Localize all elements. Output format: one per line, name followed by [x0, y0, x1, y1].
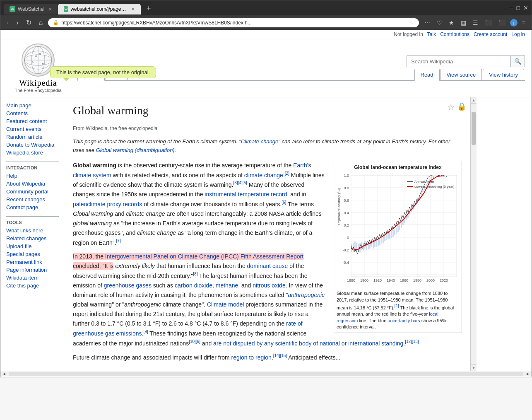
climate-change-link[interactable]: Climate change	[241, 138, 278, 145]
svg-text:1880: 1880	[347, 278, 355, 282]
sidebar-item-contents[interactable]: Contents	[6, 109, 59, 117]
forward-button[interactable]: ›	[14, 18, 20, 27]
wiki-logo-text: Wikipedia	[19, 78, 57, 88]
scrollbar-thumb[interactable]	[472, 112, 476, 145]
sidebar-item-community[interactable]: Community portal	[6, 188, 59, 196]
climate-change-link2[interactable]: climate change	[244, 171, 283, 178]
sidebar-item-help[interactable]: Help	[6, 172, 59, 180]
svg-text:δ: δ	[32, 60, 34, 63]
sidebar-divider-1	[6, 162, 59, 162]
sidebar-item-current-events[interactable]: Current events	[6, 125, 59, 133]
disambiguation-link[interactable]: Global warming (disambiguation)	[96, 147, 175, 153]
refresh-button[interactable]: ↻	[24, 18, 34, 27]
sidebar-item-recent-changes[interactable]: Recent changes	[6, 196, 59, 203]
horizontal-scroll-track[interactable]	[9, 372, 523, 376]
svg-text:-0.4: -0.4	[342, 261, 349, 265]
login-link[interactable]: Log in	[511, 31, 525, 37]
ipcc-link[interactable]: Intergovernmental Panel on Climate Chang…	[105, 253, 303, 260]
contributions-link[interactable]: Contributions	[440, 31, 469, 37]
sidebar-item-what-links[interactable]: What links here	[6, 227, 59, 234]
sidebar-item-main-page[interactable]: Main page	[6, 101, 59, 109]
climate-system-link[interactable]: climate system	[73, 171, 111, 178]
sidebar-item-special[interactable]: Special pages	[6, 250, 59, 258]
tab-read[interactable]: Read	[414, 69, 440, 81]
sidebar-item-random[interactable]: Random article	[6, 133, 59, 141]
uncertainty-bars-link[interactable]: uncertainty bars	[388, 318, 420, 323]
home-button[interactable]: ⌂	[37, 18, 45, 27]
search-input[interactable]	[407, 56, 510, 67]
back-button[interactable]: ‹	[5, 18, 11, 27]
minimize-button[interactable]: ─	[509, 5, 513, 11]
sidebar-item-wikidata[interactable]: Wikidata item	[6, 274, 59, 282]
climate-model-link[interactable]: Climate model	[207, 301, 244, 308]
tab-view-history[interactable]: View history	[483, 69, 524, 80]
earth-link[interactable]: Earth	[293, 162, 307, 169]
sidebar-item-page-info[interactable]: Page information	[6, 266, 59, 274]
instrumental-record-link[interactable]: instrumental temperature record	[205, 191, 287, 198]
browser-tabs: W WebSatchel ✕ W websatchel.com/j/pages/…	[4, 1, 156, 14]
greenhouse-gases-link[interactable]: greenhouse gases	[104, 282, 152, 289]
article-notice: This page is about the current warming o…	[73, 138, 462, 155]
sidebar-divider-2	[6, 216, 59, 217]
library-icon[interactable]: ▦	[459, 18, 468, 27]
svg-text:2000: 2000	[426, 278, 435, 282]
sidebar-item-permalink[interactable]: Permanent link	[6, 258, 59, 266]
dominant-cause-link[interactable]: dominant cause	[247, 263, 288, 269]
paleoclimate-link[interactable]: paleoclimate proxy records	[73, 201, 142, 208]
sidebar-item-about[interactable]: About Wikipedia	[6, 180, 59, 188]
vertical-scrollbar[interactable]: ▲ ▼	[470, 97, 477, 371]
svg-rect-10	[351, 175, 457, 277]
article-body: Global land-ocean temperature index	[73, 161, 462, 362]
svg-text:1900: 1900	[360, 278, 368, 282]
sidebar-icon[interactable]: ☰	[471, 18, 480, 27]
browser-tab-1[interactable]: W WebSatchel ✕	[4, 4, 58, 14]
not-disputed-link[interactable]: are not disputed by any scientific body …	[213, 340, 403, 347]
sidebar-item-donate[interactable]: Donate to Wikipedia	[6, 141, 59, 149]
scroll-right-button[interactable]: ►	[524, 372, 532, 376]
svg-text:Annual mean: Annual mean	[414, 180, 434, 183]
talk-link[interactable]: Talk	[427, 31, 436, 37]
tab-view-source[interactable]: View source	[441, 69, 482, 80]
co2-link[interactable]: carbon dioxide, methane	[175, 282, 238, 289]
browser-tab-2[interactable]: W websatchel.com/j/pages/xLRXBHv... ✕	[58, 4, 141, 14]
star-icon[interactable]: ★	[447, 18, 456, 27]
tools-heading: Tools	[6, 220, 59, 225]
svg-text:1.0: 1.0	[344, 174, 349, 178]
region-link[interactable]: region to region	[231, 354, 272, 361]
article-paragraph-3: Future climate change and associated imp…	[73, 352, 462, 362]
browser-window: W WebSatchel ✕ W websatchel.com/j/pages/…	[0, 0, 532, 377]
sidebar-item-featured[interactable]: Featured content	[6, 117, 59, 125]
new-tab-button[interactable]: ＋	[141, 1, 156, 14]
ghg-emissions-link[interactable]: rate of greenhouse gas emissions	[73, 320, 303, 337]
horizontal-scrollbar[interactable]: ◄ ►	[0, 371, 532, 377]
svg-text:1920: 1920	[373, 278, 382, 282]
menu-icon[interactable]: ⋯	[422, 18, 432, 27]
ext-icon3[interactable]: ↓	[510, 19, 518, 27]
scroll-up-button[interactable]: ▲	[471, 97, 477, 104]
sidebar-item-cite[interactable]: Cite this page	[6, 282, 59, 290]
ext-icon2[interactable]: ⬛	[496, 18, 508, 27]
chart-caption: Global mean surface-temperature change f…	[337, 290, 459, 330]
sidebar-item-related-changes[interactable]: Related changes	[6, 234, 59, 242]
sidebar-item-contact[interactable]: Contact page	[6, 203, 59, 211]
maximize-button[interactable]: □	[517, 5, 520, 11]
sidebar-item-upload[interactable]: Upload file	[6, 242, 59, 250]
star-article-icon[interactable]: ☆	[447, 101, 455, 114]
ext-icon1[interactable]: ⬛	[483, 18, 494, 27]
scroll-down-button[interactable]: ▼	[471, 364, 477, 371]
nitrous-link[interactable]: nitrous oxide	[253, 282, 285, 289]
scroll-left-button[interactable]: ◄	[0, 372, 8, 376]
tab-favicon-2: W	[64, 6, 68, 12]
anthropogenic-link[interactable]: anthropogenic	[288, 292, 325, 298]
search-button[interactable]: 🔍	[510, 56, 525, 67]
hamburger-menu[interactable]: ≡	[520, 18, 527, 27]
tab-close-1[interactable]: ✕	[48, 7, 52, 12]
close-button[interactable]: ✕	[523, 5, 528, 11]
address-bar[interactable]: 🔒 https://websatchel.com/j/pages/xLRXBHv…	[48, 18, 419, 27]
tab-favicon-1: W	[10, 6, 15, 12]
wiki-page: This is the saved page, not the original…	[0, 30, 532, 377]
tab-close-2[interactable]: ✕	[131, 7, 135, 12]
create-account-link[interactable]: Create account	[474, 31, 507, 37]
sidebar-item-store[interactable]: Wikipedia store	[6, 149, 59, 157]
pocket-icon[interactable]: ♡	[435, 18, 444, 27]
